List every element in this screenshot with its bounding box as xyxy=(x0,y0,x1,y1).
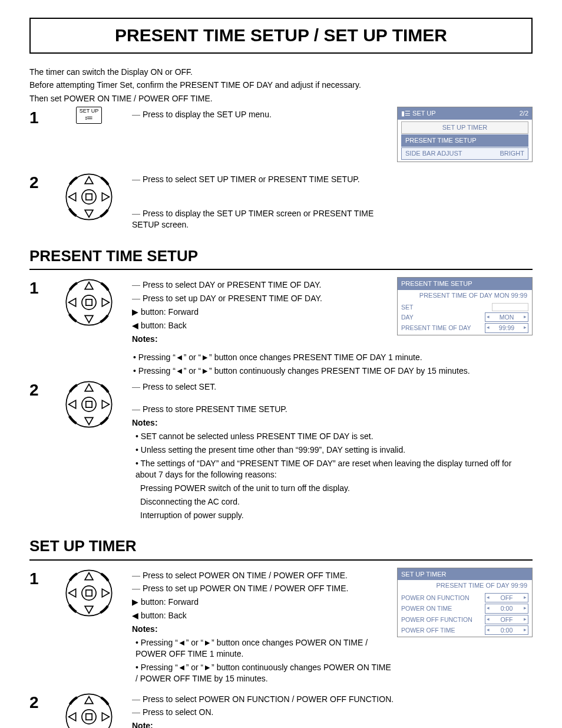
intro-text-1: The timer can switch the Display ON or O… xyxy=(29,67,533,78)
osd-timer-screen: SET UP TIMER PRESENT TIME OF DAY 99:99 P… xyxy=(397,568,533,637)
step-number: 1 xyxy=(29,568,51,687)
intro-text-2: Before attempting Timer Set, confirm the… xyxy=(29,80,533,91)
step2-text1: — Press to select SET UP TIMER or PRESEN… xyxy=(132,174,391,185)
intro-text-3: Then set POWER ON TIME / POWER OFF TIME. xyxy=(29,93,533,104)
step-number: 1 xyxy=(29,277,51,347)
dpad-icon xyxy=(64,277,114,328)
page-title: PRESENT TIME SETUP / SET UP TIMER xyxy=(29,18,533,54)
step-number: 2 xyxy=(29,691,51,728)
step-number: 2 xyxy=(29,379,51,523)
dpad-icon xyxy=(64,568,114,618)
osd-setup-screen: ▮☰ SET UP2/2 SET UP TIMER PRESENT TIME S… xyxy=(397,107,533,162)
section-heading-timer: SET UP TIMER xyxy=(29,533,533,560)
step-number: 2 xyxy=(29,172,51,233)
dpad-icon xyxy=(64,379,114,430)
setup-button-icon: SET UP ≔ xyxy=(76,107,102,124)
dpad-icon xyxy=(64,691,114,728)
step-number: 1 xyxy=(29,107,51,166)
step1-text: — Press to display the SET UP menu. xyxy=(132,109,391,120)
step2-text2: — Press to display the SET UP TIMER scre… xyxy=(132,208,391,230)
osd-present-screen: PRESENT TIME SETUP PRESENT TIME OF DAY M… xyxy=(397,277,533,335)
dpad-icon xyxy=(64,172,114,222)
section-heading-present: PRESENT TIME SETUP xyxy=(29,243,533,270)
